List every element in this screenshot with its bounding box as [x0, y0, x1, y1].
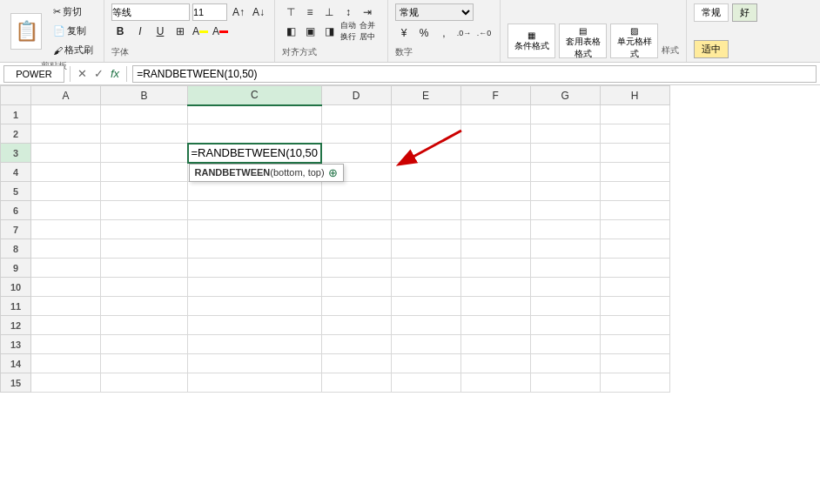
cell-c9[interactable]	[188, 259, 322, 278]
cut-button[interactable]: ✂ 剪切	[50, 3, 97, 20]
cell-e1[interactable]	[391, 105, 460, 124]
cell-c14[interactable]	[188, 354, 322, 373]
cell-g4[interactable]	[530, 163, 600, 182]
cell-e6[interactable]	[391, 201, 460, 220]
cell-h14[interactable]	[600, 354, 669, 373]
cell-d6[interactable]	[321, 201, 391, 220]
paste-button[interactable]: 📋	[10, 13, 42, 50]
border-button[interactable]: ⊞	[171, 23, 189, 40]
cell-d11[interactable]	[321, 297, 391, 316]
font-size-input[interactable]	[192, 3, 227, 21]
cell-b6[interactable]	[101, 201, 188, 220]
cell-a13[interactable]	[31, 335, 101, 354]
cell-d5[interactable]	[321, 182, 391, 201]
cancel-icon[interactable]: ✕	[76, 67, 89, 80]
underline-button[interactable]: U	[151, 23, 169, 40]
cell-e10[interactable]	[391, 278, 460, 297]
cell-c8[interactable]	[188, 239, 322, 259]
cell-h10[interactable]	[600, 278, 669, 297]
cell-e14[interactable]	[391, 354, 460, 373]
cell-e3[interactable]	[391, 144, 460, 163]
wrap-text-button[interactable]: 自动换行	[339, 23, 357, 40]
cell-h8[interactable]	[600, 239, 669, 259]
tooltip-help-icon[interactable]: ⊕	[328, 166, 338, 179]
col-header-h[interactable]: H	[600, 86, 669, 105]
align-top-button[interactable]: ⊤	[282, 3, 299, 21]
align-right-button[interactable]: ◨	[320, 23, 338, 40]
cell-h9[interactable]	[600, 259, 669, 278]
cell-b7[interactable]	[101, 220, 188, 239]
cell-a15[interactable]	[31, 373, 101, 393]
cell-f11[interactable]	[460, 297, 530, 316]
cell-a3[interactable]	[31, 144, 101, 163]
cell-g11[interactable]	[530, 297, 600, 316]
col-header-b[interactable]: B	[101, 86, 188, 105]
bold-button[interactable]: B	[111, 23, 129, 40]
cell-style-button[interactable]: ▨ 单元格样式	[610, 24, 658, 58]
cell-d12[interactable]	[321, 316, 391, 335]
col-header-g[interactable]: G	[530, 86, 600, 105]
cell-c7[interactable]	[188, 220, 322, 239]
cell-b15[interactable]	[101, 373, 188, 393]
cell-e11[interactable]	[391, 297, 460, 316]
cell-f6[interactable]	[460, 201, 530, 220]
cell-h12[interactable]	[600, 316, 669, 335]
cell-g5[interactable]	[530, 182, 600, 201]
format-painter-button[interactable]: 🖌 格式刷	[50, 42, 97, 58]
cell-b1[interactable]	[101, 105, 188, 124]
cell-e7[interactable]	[391, 220, 460, 239]
cell-d14[interactable]	[321, 354, 391, 373]
copy-button[interactable]: 📄 复制	[50, 23, 97, 39]
cell-a1[interactable]	[31, 105, 101, 124]
cell-e13[interactable]	[391, 335, 460, 354]
font-color-button[interactable]: A	[212, 23, 229, 40]
cell-f12[interactable]	[460, 316, 530, 335]
cell-a8[interactable]	[31, 239, 101, 259]
cell-a11[interactable]	[31, 297, 101, 316]
cell-d13[interactable]	[321, 335, 391, 354]
number-format-select[interactable]: 常规	[395, 3, 474, 21]
cell-h7[interactable]	[600, 220, 669, 239]
cell-b2[interactable]	[101, 124, 188, 144]
col-header-c[interactable]: C	[188, 86, 322, 105]
cell-f7[interactable]	[460, 220, 530, 239]
cell-f3[interactable]	[460, 144, 530, 163]
cell-h6[interactable]	[600, 201, 669, 220]
align-center-button[interactable]: ▣	[301, 23, 319, 40]
increase-decimal-button[interactable]: .0→	[455, 24, 473, 42]
increase-font-button[interactable]: A↑	[230, 3, 247, 21]
col-header-a[interactable]: A	[31, 86, 101, 105]
cell-f1[interactable]	[460, 105, 530, 124]
cell-d10[interactable]	[321, 278, 391, 297]
cell-b5[interactable]	[101, 182, 188, 201]
col-header-f[interactable]: F	[460, 86, 530, 105]
text-direction-button[interactable]: ↕	[339, 3, 357, 21]
cell-e5[interactable]	[391, 182, 460, 201]
font-name-input[interactable]	[111, 3, 190, 21]
cell-h1[interactable]	[600, 105, 669, 124]
cell-g10[interactable]	[530, 278, 600, 297]
cell-f14[interactable]	[460, 354, 530, 373]
col-header-e[interactable]: E	[391, 86, 460, 105]
cell-h11[interactable]	[600, 297, 669, 316]
cell-b11[interactable]	[101, 297, 188, 316]
cell-d7[interactable]	[321, 220, 391, 239]
cell-g8[interactable]	[530, 239, 600, 259]
cell-c3[interactable]: =RANDBETWEEN(10,50RANDBETWEEN(bottom, to…	[188, 144, 322, 163]
cell-e15[interactable]	[391, 373, 460, 393]
cell-d2[interactable]	[321, 124, 391, 144]
percent-button[interactable]: %	[415, 24, 433, 42]
name-box[interactable]	[3, 65, 64, 83]
cell-b10[interactable]	[101, 278, 188, 297]
merge-button[interactable]: 合并居中	[359, 23, 376, 40]
cell-h13[interactable]	[600, 335, 669, 354]
indent-button[interactable]: ⇥	[359, 3, 376, 21]
cell-e12[interactable]	[391, 316, 460, 335]
align-left-button[interactable]: ◧	[282, 23, 299, 40]
cell-b8[interactable]	[101, 239, 188, 259]
cell-f13[interactable]	[460, 335, 530, 354]
cell-c15[interactable]	[188, 373, 322, 393]
cell-g9[interactable]	[530, 259, 600, 278]
cell-f9[interactable]	[460, 259, 530, 278]
cell-a5[interactable]	[31, 182, 101, 201]
